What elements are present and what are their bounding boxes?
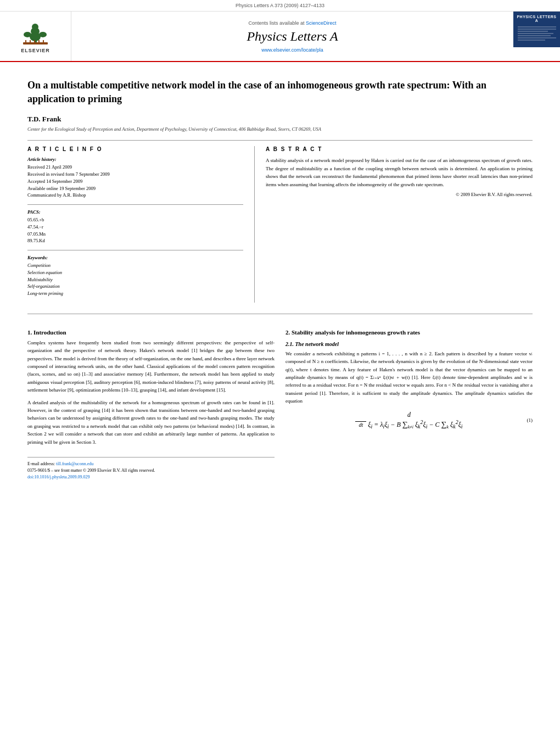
body-left-column: 1. Introduction Complex systems have fre…: [27, 322, 275, 481]
section2-1-p1: We consider a network exhibiting n patte…: [285, 350, 533, 405]
article-info-grid: A R T I C L E I N F O Article history: R…: [27, 140, 533, 303]
abstract-text: A stability analysis of a network model …: [266, 157, 533, 188]
intro-heading: 1. Introduction: [27, 329, 275, 336]
keyword1: Competition: [27, 262, 243, 269]
journal-url[interactable]: www.elsevier.com/locate/pla: [261, 47, 323, 53]
page-info: Physics Letters A 373 (2009) 4127–4133: [236, 3, 324, 8]
svg-rect-9: [34, 40, 35, 43]
svg-rect-8: [30, 40, 31, 43]
issn-footnote: 0375-9601/$ – see front matter © 2009 El…: [27, 467, 275, 474]
abstract-heading: A B S T R A C T: [266, 146, 533, 152]
author-name: T.D. Frank: [27, 115, 533, 124]
keyword5: Long-term priming: [27, 290, 243, 297]
history-label: Article history:: [27, 157, 243, 162]
email-footnote: E-mail address: till.frank@uconn.edu: [27, 461, 275, 467]
keyword4: Self-organization: [27, 283, 243, 290]
received2: Received in revised form 7 September 200…: [27, 171, 243, 178]
footnote-area: E-mail address: till.frank@uconn.edu 037…: [27, 457, 275, 481]
svg-rect-7: [25, 40, 26, 43]
svg-rect-10: [38, 40, 40, 43]
svg-point-3: [32, 24, 38, 30]
pacs1: 05.65.+b: [27, 216, 243, 224]
contents-label: Contents lists available at: [248, 20, 304, 26]
journal-center: Contents lists available at ScienceDirec…: [71, 12, 513, 61]
journal-info-top: Contents lists available at ScienceDirec…: [248, 20, 336, 26]
pla-badge-lines: [515, 23, 559, 44]
equation-number: (1): [527, 417, 533, 423]
article-title: On a multistable competitive network mod…: [27, 79, 533, 106]
equation-lhs: d dt ξi = λiξi − B ∑k≠i ξk2ξi − C ∑k ξk2…: [355, 411, 462, 428]
keywords-label: Keywords:: [27, 255, 243, 260]
pacs-label: PACS:: [27, 209, 243, 215]
main-content: On a multistable competitive network mod…: [0, 62, 560, 492]
pacs4: 89.75.Kd: [27, 237, 243, 244]
available: Available online 19 September 2009: [27, 185, 243, 192]
affiliation: Center for the Ecological Study of Perce…: [27, 126, 533, 132]
svg-rect-11: [43, 40, 44, 43]
accepted: Accepted 14 September 2009: [27, 178, 243, 185]
svg-point-5: [39, 32, 47, 37]
equation-content: d dt ξi = λiξi − B ∑k≠i ξk2ξi − C ∑k ξk2…: [355, 411, 462, 429]
keyword2: Selection equation: [27, 269, 243, 276]
intro-p1: Complex systems have frequently been stu…: [27, 339, 275, 394]
divider2: [27, 250, 243, 250]
received1: Received 21 April 2009: [27, 164, 243, 171]
article-info-heading: A R T I C L E I N F O: [27, 146, 243, 152]
svg-point-4: [24, 32, 31, 37]
section2-heading: 2. Stability analysis for inhomogeneous …: [285, 329, 533, 336]
sciencedirect-link[interactable]: ScienceDirect: [306, 20, 337, 26]
pacs2: 47.54.−r: [27, 224, 243, 231]
elsevier-tree-icon: [18, 19, 53, 46]
intro-p2: A detailed analysis of the multistabilit…: [27, 399, 275, 446]
email-label: E-mail address:: [27, 461, 55, 466]
elsevier-label: ELSEVIER: [21, 48, 50, 53]
page-number-header: Physics Letters A 373 (2009) 4127–4133: [0, 0, 560, 12]
history-block: Article history: Received 21 April 2009 …: [27, 157, 243, 199]
body-columns: 1. Introduction Complex systems have fre…: [27, 314, 533, 481]
pacs-block: PACS: 05.65.+b 47.54.−r 07.05.Mn 89.75.K…: [27, 209, 243, 244]
journal-title: Physics Letters A: [247, 29, 338, 44]
abstract-section: A B S T R A C T A stability analysis of …: [255, 146, 533, 303]
journal-header: ELSEVIER Contents lists available at Sci…: [0, 12, 560, 62]
svg-rect-6: [23, 42, 48, 44]
copyright: © 2009 Elsevier B.V. All rights reserved…: [266, 192, 533, 197]
communicated: Communicated by A.R. Bishop: [27, 192, 243, 199]
email-address[interactable]: till.frank@uconn.edu: [56, 461, 93, 466]
page-container: Physics Letters A 373 (2009) 4127–4133: [0, 0, 560, 742]
elsevier-logo: ELSEVIER: [0, 12, 71, 61]
equation-1-area: d dt ξi = λiξi − B ∑k≠i ξk2ξi − C ∑k ξk2…: [285, 411, 533, 429]
keywords-block: Keywords: Competition Selection equation…: [27, 255, 243, 297]
pacs3: 07.05.Mn: [27, 231, 243, 238]
pla-badge: PHYSICS LETTERS A: [513, 12, 560, 47]
body-right-column: 2. Stability analysis for inhomogeneous …: [285, 322, 533, 481]
doi-footnote[interactable]: doi:10.1016/j.physleta.2009.09.029: [27, 474, 275, 481]
keyword3: Multistability: [27, 276, 243, 283]
section2-1-heading: 2.1. The network model: [285, 341, 533, 347]
pla-badge-label: PHYSICS LETTERS A: [516, 15, 557, 23]
article-info-left: A R T I C L E I N F O Article history: R…: [27, 146, 255, 303]
divider1: [27, 204, 243, 205]
